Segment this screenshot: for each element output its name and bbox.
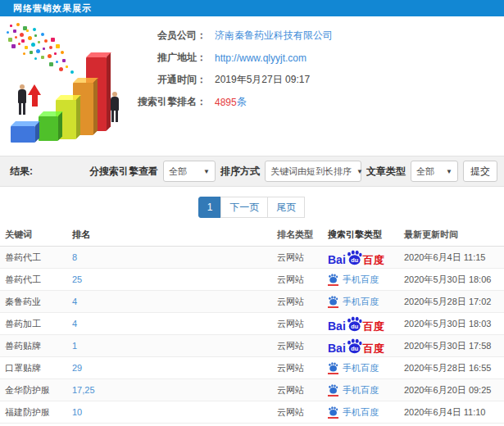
keyword-cell: 兽药代工 <box>0 274 70 286</box>
baidu-logo-cn: 百度 <box>363 255 384 265</box>
next-page-button[interactable]: 下一页 <box>220 197 268 218</box>
member-info: 会员公司： 济南秦鲁药业科技有限公司 推广地址： http://www.qlyy… <box>131 25 500 113</box>
mobile-baidu-label: 手机百度 <box>343 406 379 419</box>
result-label: 结果: <box>10 165 33 179</box>
chevron-down-icon: ▼ <box>198 168 210 175</box>
baidu-paw-icon <box>328 384 338 394</box>
rank-link[interactable]: 4 <box>72 319 77 329</box>
filter-bar: 结果: 分搜索引擎查看 全部 ▼ 排序方式 关键词由短到长排序 ▼ 文章类型 全… <box>0 156 504 187</box>
sort-filter-label: 排序方式 <box>220 165 260 179</box>
updated-cell: 2020年5月28日 16:55 <box>404 362 504 374</box>
submit-button[interactable]: 提交 <box>463 161 497 182</box>
open-time-value: 2019年5月27日 09:17 <box>215 73 310 87</box>
engine-cell: Baidu百度 <box>326 316 404 332</box>
table-row: 兽药贴牌1云网站Baidu百度2020年5月30日 17:58 <box>0 335 504 357</box>
updated-cell: 2020年6月20日 09:25 <box>404 384 504 397</box>
engine-cell: 手机百度 <box>326 406 404 419</box>
page-title: 网络营销效果展示 <box>0 0 504 16</box>
rank-type-cell: 云网站 <box>277 252 326 264</box>
updated-cell: 2020年5月30日 18:06 <box>404 274 504 286</box>
article-type-label: 文章类型 <box>366 165 406 179</box>
rank-link[interactable]: 17,25 <box>72 385 95 395</box>
updated-cell: 2020年6月4日 11:10 <box>404 406 504 419</box>
keyword-cell: 兽药贴牌 <box>0 340 70 352</box>
info-row-company: 会员公司： 济南秦鲁药业科技有限公司 <box>131 25 500 47</box>
sort-select[interactable]: 关键词由短到长排序 ▼ <box>265 161 361 182</box>
updated-cell: 2020年5月30日 17:58 <box>404 340 504 352</box>
svg-text:du: du <box>351 256 358 263</box>
mobile-baidu-label: 手机百度 <box>343 296 379 308</box>
info-row-url: 推广地址： http://www.qlyyjt.com <box>131 47 500 69</box>
last-page-button[interactable]: 尾页 <box>267 197 305 218</box>
baidu-logo-bai: Bai <box>328 254 346 265</box>
rank-type-cell: 云网站 <box>277 406 326 419</box>
rank-link[interactable]: 29 <box>72 363 82 373</box>
engine-cell: 手机百度 <box>326 296 404 308</box>
baidu-paw-icon: du <box>346 338 363 354</box>
baidu-logo: Baidu百度 <box>328 316 384 332</box>
table-body: 兽药代工8云网站Baidu百度2020年6月4日 11:15兽药代工25云网站手… <box>0 247 504 426</box>
keyword-cell: 兽药加工 <box>0 318 70 330</box>
ranking-count-suffix: 条 <box>237 95 247 109</box>
table-row: 兽药加工4云网站Baidu百度2020年5月30日 18:03 <box>0 313 504 335</box>
rank-link[interactable]: 10 <box>72 407 82 417</box>
baidu-paw-icon <box>328 406 338 416</box>
open-time-label: 开通时间： <box>131 73 207 87</box>
header-updated: 最新更新时间 <box>404 229 504 241</box>
chart-bar-green <box>39 116 58 141</box>
page-1-button[interactable]: 1 <box>198 197 222 218</box>
mobile-baidu-badge: 手机百度 <box>328 274 379 286</box>
svg-text:du: du <box>351 344 358 351</box>
table-row: 兽药代工25云网站手机百度2020年5月30日 18:06 <box>0 269 504 291</box>
rank-link[interactable]: 4 <box>72 297 77 306</box>
engine-select[interactable]: 全部 ▼ <box>163 161 216 182</box>
bar-chart-illustration <box>2 21 141 147</box>
baidu-logo: Baidu百度 <box>328 338 384 354</box>
pagination: 1 下一页 尾页 <box>0 197 504 218</box>
engine-cell: Baidu百度 <box>326 250 404 265</box>
table-row: 兽药代工8云网站Baidu百度2020年6月4日 11:15 <box>0 247 504 269</box>
engine-cell: Baidu百度 <box>326 338 404 354</box>
baidu-paw-icon <box>328 362 338 372</box>
rank-link[interactable]: 25 <box>72 274 82 284</box>
chevron-down-icon: ▼ <box>352 168 363 175</box>
results-table: 关键词 排名 排名类型 搜索引擎类型 最新更新时间 兽药代工8云网站Baidu百… <box>0 223 504 426</box>
header-rank-type: 排名类型 <box>277 229 326 241</box>
updated-cell: 2020年5月28日 17:02 <box>404 296 504 308</box>
baidu-logo-bai: Bai <box>328 320 346 332</box>
rank-type-cell: 云网站 <box>277 384 326 397</box>
engine-cell: 手机百度 <box>326 384 404 397</box>
table-row: 金华防护服17,25云网站手机百度2020年6月20日 09:25 <box>0 379 504 401</box>
rank-link[interactable]: 8 <box>72 252 77 262</box>
header-keyword: 关键词 <box>0 229 70 241</box>
baidu-logo-cn: 百度 <box>363 321 384 332</box>
article-type-select[interactable]: 全部 ▼ <box>411 161 458 182</box>
baidu-paw-icon <box>328 296 338 306</box>
baidu-paw-icon: du <box>346 250 363 265</box>
header-rank: 排名 <box>70 229 277 241</box>
info-row-open-time: 开通时间： 2019年5月27日 09:17 <box>131 69 500 91</box>
ranking-count-value: 4895 <box>215 97 237 108</box>
chart-bar-blue <box>11 126 35 143</box>
baidu-paw-icon: du <box>346 316 363 332</box>
keyword-cell: 秦鲁药业 <box>0 296 70 308</box>
promo-url-link[interactable]: http://www.qlyyjt.com <box>215 52 306 64</box>
baidu-logo: Baidu百度 <box>328 250 384 265</box>
company-link[interactable]: 济南秦鲁药业科技有限公司 <box>215 29 333 43</box>
keyword-cell: 福建防护服 <box>0 406 70 419</box>
businessman-figure-left <box>18 84 26 115</box>
baidu-logo-cn: 百度 <box>363 343 384 354</box>
chevron-down-icon: ▼ <box>441 168 452 175</box>
baidu-paw-icon <box>328 274 338 283</box>
mobile-baidu-badge: 手机百度 <box>328 406 379 419</box>
table-header-row: 关键词 排名 排名类型 搜索引擎类型 最新更新时间 <box>0 223 504 247</box>
table-row: 福建防护服10云网站手机百度2020年6月4日 11:10 <box>0 401 504 424</box>
rank-type-cell: 云网站 <box>277 318 326 330</box>
rank-type-cell: 云网站 <box>277 340 326 352</box>
header-engine-type: 搜索引擎类型 <box>326 229 404 241</box>
keyword-cell: 口罩贴牌 <box>0 362 70 374</box>
mobile-baidu-label: 手机百度 <box>343 384 379 397</box>
baidu-logo-bai: Bai <box>328 342 346 354</box>
rank-link[interactable]: 1 <box>72 341 77 351</box>
engine-filter-label: 分搜索引擎查看 <box>89 165 158 179</box>
